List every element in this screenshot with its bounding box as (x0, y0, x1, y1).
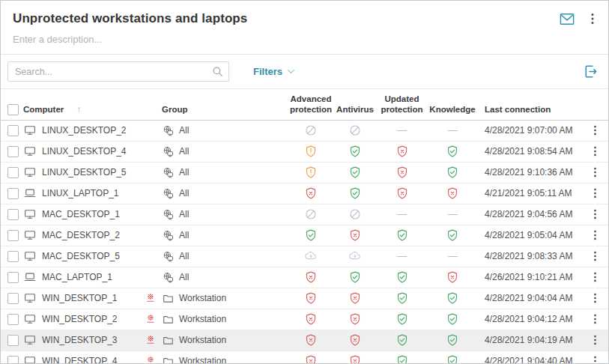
column-header-group: Group (145, 104, 289, 115)
table-row[interactable]: WIN_DESKTOP_1Workstation4/28/2021 9:04:0… (1, 288, 608, 309)
select-all-checkbox[interactable] (7, 104, 19, 115)
status-error-icon (348, 291, 362, 305)
search-box[interactable] (7, 61, 229, 82)
kebab-menu-icon (590, 355, 600, 364)
row-menu-button[interactable] (581, 166, 608, 178)
row-menu-button[interactable] (581, 250, 608, 262)
header-menu-button[interactable] (587, 12, 598, 25)
row-checkbox[interactable] (7, 356, 19, 364)
search-input[interactable] (7, 61, 229, 82)
table-row[interactable]: WIN_DESKTOP_4Workstation4/28/2021 9:04:4… (1, 351, 608, 364)
row-checkbox[interactable] (7, 146, 19, 157)
all-group-icon-wrap (162, 271, 175, 284)
status-none-dash (397, 256, 407, 257)
row-menu-button[interactable] (581, 229, 608, 241)
all-group-icon (162, 124, 175, 137)
table-row[interactable]: MAC_DESKTOP_2All4/28/2021 9:05:04 AM (1, 225, 608, 246)
row-menu-button[interactable] (581, 355, 608, 364)
advanced-protection-status (289, 186, 333, 200)
desktop-icon-wrap (23, 312, 37, 326)
knowledge-status (426, 354, 479, 364)
kebab-menu-icon (590, 229, 600, 241)
knowledge-status (426, 145, 479, 158)
antivirus-status (333, 186, 378, 200)
filters-button[interactable]: Filters (253, 65, 296, 79)
status-warning-icon (304, 166, 318, 179)
table-row[interactable]: LINUX_DESKTOP_4All4/28/2021 9:08:54 AM (1, 142, 608, 163)
computer-name[interactable]: LINUX_DESKTOP_5 (42, 167, 127, 178)
folder-group-icon-wrap (162, 292, 175, 305)
column-header-computer[interactable]: Computer ↑ (23, 104, 145, 115)
laptop-icon (23, 186, 37, 200)
advanced-protection-status (289, 333, 333, 347)
row-checkbox[interactable] (7, 335, 19, 346)
antivirus-status (333, 249, 378, 263)
computer-name[interactable]: WIN_DESKTOP_2 (42, 314, 117, 324)
updated-protection-status (378, 145, 426, 158)
row-checkbox[interactable] (7, 125, 19, 136)
desktop-icon-wrap (23, 228, 37, 242)
row-checkbox[interactable] (7, 209, 19, 220)
all-group-icon-wrap (162, 208, 175, 221)
table-row[interactable]: MAC_DESKTOP_1All4/28/2021 9:04:56 AM (1, 204, 608, 225)
computer-name[interactable]: MAC_DESKTOP_2 (42, 230, 120, 240)
computer-name[interactable]: WIN_DESKTOP_3 (42, 335, 117, 345)
row-checkbox[interactable] (7, 251, 19, 262)
export-button[interactable] (582, 63, 599, 80)
desktop-icon-wrap (23, 145, 37, 158)
antivirus-status (333, 166, 378, 179)
unprotected-computers-panel: Unprotected workstations and laptops (0, 0, 609, 364)
desktop-icon-wrap (23, 207, 37, 221)
all-group-icon-wrap (162, 187, 175, 200)
row-checkbox[interactable] (7, 314, 19, 325)
desktop-icon-wrap (23, 124, 37, 137)
last-connection: 4/26/2021 9:10:21 AM (479, 272, 581, 282)
computer-name[interactable]: MAC_DESKTOP_1 (42, 209, 120, 219)
table-row[interactable]: MAC_LAPTOP_1All4/26/2021 9:10:21 AM (1, 267, 608, 288)
row-menu-button[interactable] (581, 271, 608, 283)
kebab-menu-icon (590, 292, 600, 304)
row-checkbox[interactable] (7, 167, 19, 178)
advanced-protection-status (289, 354, 333, 364)
updated-protection-status (378, 354, 426, 364)
advanced-protection-status (289, 228, 333, 242)
computer-name[interactable]: MAC_LAPTOP_1 (42, 272, 112, 282)
status-error-icon (304, 312, 318, 326)
advanced-protection-status (289, 166, 333, 179)
row-checkbox[interactable] (7, 293, 19, 304)
alert-slot (145, 313, 162, 325)
row-checkbox[interactable] (7, 230, 19, 241)
table-row[interactable]: LINUX_DESKTOP_2All4/28/2021 9:07:00 AM (1, 121, 608, 142)
row-menu-button[interactable] (581, 187, 608, 199)
updated-protection-status (378, 312, 426, 326)
table-row[interactable]: LINUX_DESKTOP_5All4/28/2021 9:10:36 AM (1, 163, 608, 183)
row-menu-button[interactable] (581, 124, 608, 136)
row-menu-button[interactable] (581, 334, 608, 346)
last-connection: 4/28/2021 9:08:54 AM (479, 146, 581, 157)
row-menu-button[interactable] (581, 208, 608, 220)
computer-name[interactable]: LINUX_DESKTOP_4 (42, 146, 127, 157)
table-row[interactable]: LINUX_LAPTOP_1All4/21/2021 9:05:11 AM (1, 183, 608, 204)
computer-name[interactable]: LINUX_LAPTOP_1 (42, 188, 119, 198)
kebab-menu-icon (590, 334, 600, 346)
description-input[interactable] (13, 34, 590, 45)
antivirus-status (333, 145, 378, 158)
last-connection: 4/28/2021 9:07:00 AM (479, 125, 581, 136)
computer-name[interactable]: WIN_DESKTOP_4 (42, 356, 117, 364)
computer-name[interactable]: WIN_DESKTOP_1 (42, 293, 117, 303)
computer-name[interactable]: LINUX_DESKTOP_2 (42, 125, 127, 136)
desktop-icon (23, 166, 37, 179)
row-menu-button[interactable] (581, 292, 608, 304)
row-menu-button[interactable] (581, 145, 608, 157)
table-row[interactable]: WIN_DESKTOP_2Workstation4/28/2021 9:04:1… (1, 309, 608, 330)
email-report-button[interactable] (559, 12, 575, 26)
folder-group-icon-wrap (162, 313, 175, 326)
table-row[interactable]: MAC_DESKTOP_5All4/28/2021 9:08:33 AM (1, 246, 608, 267)
computer-name[interactable]: MAC_DESKTOP_5 (42, 251, 120, 261)
row-checkbox[interactable] (7, 188, 19, 199)
row-checkbox[interactable] (7, 272, 19, 283)
status-warning-icon (304, 145, 318, 158)
row-menu-button[interactable] (581, 313, 608, 325)
table-row[interactable]: WIN_DESKTOP_3Workstation4/28/2021 9:04:1… (1, 330, 608, 351)
advanced-protection-status (289, 270, 333, 284)
